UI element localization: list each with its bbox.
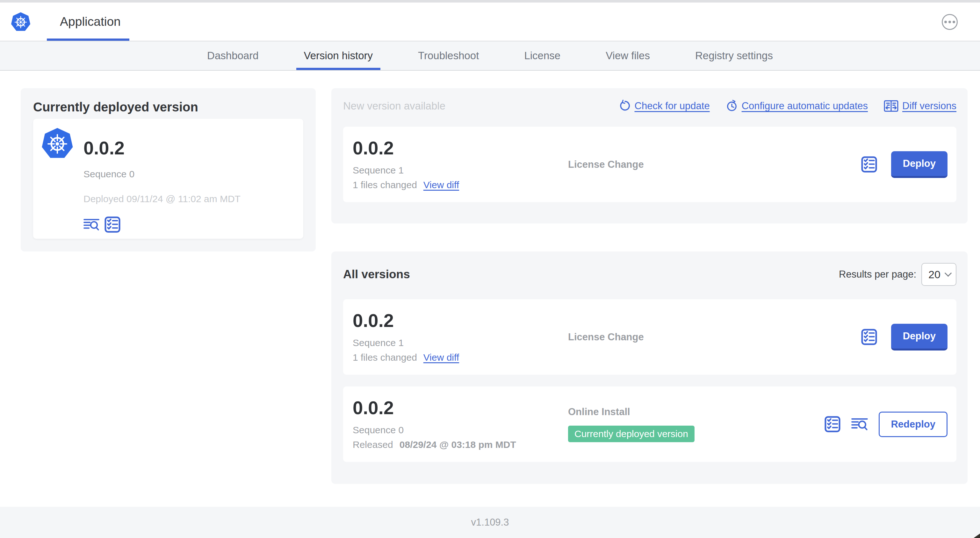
all-versions-header: All versions Results per page: 20 xyxy=(331,263,967,286)
all-versions-title: All versions xyxy=(343,268,410,281)
version-row: 0.0.2 Sequence 0 Released 08/29/24 @ 03:… xyxy=(343,386,956,462)
version-row: 0.0.2 Sequence 1 1 files changed View di… xyxy=(343,299,956,375)
app-title-active-underline xyxy=(47,38,129,41)
version-row-info: 0.0.2 Sequence 0 Released 08/29/24 @ 03:… xyxy=(353,398,568,450)
cursor-artifact xyxy=(974,533,980,538)
app-title: Application xyxy=(60,3,121,41)
version-row-actions: Deploy xyxy=(861,324,948,351)
tab-dashboard[interactable]: Dashboard xyxy=(199,41,266,70)
check-for-update-label: Check for update xyxy=(635,100,710,112)
files-changed-count: 1 files changed xyxy=(353,352,417,363)
kubernetes-icon xyxy=(41,128,73,159)
app-footer: v1.109.3 xyxy=(0,507,980,538)
version-number: 0.0.2 xyxy=(353,139,568,157)
app-nav: Dashboard Version history Troubleshoot L… xyxy=(0,41,980,71)
version-row-source: License Change xyxy=(568,159,861,170)
deployed-version-info: 0.0.2 Sequence 0 Deployed 09/11/24 @ 11:… xyxy=(83,139,240,239)
version-number: 0.0.2 xyxy=(353,398,568,417)
deploy-button[interactable]: Deploy xyxy=(891,324,948,351)
checklist-icon xyxy=(861,156,877,173)
version-source-label: Online Install xyxy=(568,406,630,418)
results-per-page-label: Results per page: xyxy=(839,269,916,280)
version-row: 0.0.2 Sequence 1 1 files changed View di… xyxy=(343,127,956,202)
checklist-icon xyxy=(105,216,121,233)
preflight-checks-button[interactable] xyxy=(105,216,121,233)
view-diff-link[interactable]: View diff xyxy=(423,179,459,190)
redeploy-button[interactable]: Redeploy xyxy=(879,412,948,437)
tab-registry-settings[interactable]: Registry settings xyxy=(687,41,781,70)
currently-deployed-card: Currently deployed version 0.0.2 Sequenc… xyxy=(21,88,316,251)
version-row-source: License Change xyxy=(568,332,861,343)
ellipsis-icon xyxy=(944,21,947,23)
released-date: 08/29/24 @ 03:18 pm MDT xyxy=(399,439,516,450)
preflight-checks-button[interactable] xyxy=(824,416,840,433)
preflight-checks-button[interactable] xyxy=(861,156,877,173)
window-top-edge xyxy=(0,0,980,3)
version-row-info: 0.0.2 Sequence 1 1 files changed View di… xyxy=(353,139,568,190)
results-per-page: Results per page: 20 xyxy=(839,263,956,286)
all-versions-card: All versions Results per page: 20 0.0.2 … xyxy=(331,251,967,484)
clock-update-icon xyxy=(726,100,738,113)
deployed-actions xyxy=(83,216,240,233)
tab-troubleshoot[interactable]: Troubleshoot xyxy=(410,41,487,70)
diff-versions-link[interactable]: Diff versions xyxy=(884,100,956,113)
new-version-header: New version available Check for update C… xyxy=(331,99,967,113)
diff-icon xyxy=(884,100,899,113)
deployed-version-number: 0.0.2 xyxy=(83,139,240,157)
logs-icon xyxy=(851,417,868,432)
tab-view-files[interactable]: View files xyxy=(598,41,657,70)
configure-automatic-updates-label: Configure automatic updates xyxy=(742,100,868,112)
results-per-page-value: 20 xyxy=(928,268,940,281)
new-version-title: New version available xyxy=(343,100,445,112)
app-header: Application xyxy=(0,3,980,41)
view-diff-link[interactable]: View diff xyxy=(423,352,459,363)
version-sequence: Sequence 1 xyxy=(353,165,568,176)
refresh-icon xyxy=(619,100,631,113)
configure-automatic-updates-link[interactable]: Configure automatic updates xyxy=(726,100,868,113)
files-changed-line: 1 files changed View diff xyxy=(353,179,568,190)
version-actions: Check for update Configure automatic upd… xyxy=(619,100,956,113)
preflight-checks-button[interactable] xyxy=(861,329,877,345)
version-row-actions: Redeploy xyxy=(824,412,948,437)
version-source-label: License Change xyxy=(568,159,644,170)
version-row-actions: Deploy xyxy=(861,151,948,178)
tab-license[interactable]: License xyxy=(517,41,568,70)
version-row-info: 0.0.2 Sequence 1 1 files changed View di… xyxy=(353,311,568,363)
released-line: Released 08/29/24 @ 03:18 pm MDT xyxy=(353,439,568,450)
view-logs-button[interactable] xyxy=(851,417,868,432)
console-version: v1.109.3 xyxy=(471,517,509,528)
version-number: 0.0.2 xyxy=(353,311,568,330)
currently-deployed-badge: Currently deployed version xyxy=(568,425,695,442)
new-version-card: New version available Check for update C… xyxy=(331,88,967,224)
ellipsis-icon xyxy=(948,21,951,23)
ellipsis-icon xyxy=(953,21,955,23)
version-sequence: Sequence 1 xyxy=(353,338,568,348)
deployed-sequence: Sequence 0 xyxy=(83,169,240,179)
overflow-menu-button[interactable] xyxy=(942,14,958,30)
chevron-down-icon xyxy=(945,270,952,277)
checklist-icon xyxy=(824,416,840,433)
kubernetes-logo-icon xyxy=(11,11,30,32)
logs-icon xyxy=(83,218,99,232)
checklist-icon xyxy=(861,329,877,345)
version-row-source: Online Install Currently deployed versio… xyxy=(568,406,824,442)
diff-versions-label: Diff versions xyxy=(902,100,956,112)
deployed-timestamp: Deployed 09/11/24 @ 11:02 am MDT xyxy=(83,194,240,205)
version-source-label: License Change xyxy=(568,332,644,343)
tab-version-history[interactable]: Version history xyxy=(296,41,380,70)
files-changed-count: 1 files changed xyxy=(353,179,417,190)
deployed-version-card: 0.0.2 Sequence 0 Deployed 09/11/24 @ 11:… xyxy=(33,119,303,239)
released-label: Released xyxy=(353,439,393,450)
version-sequence: Sequence 0 xyxy=(353,425,568,435)
check-for-update-link[interactable]: Check for update xyxy=(619,100,710,113)
currently-deployed-title: Currently deployed version xyxy=(33,100,316,114)
deploy-button[interactable]: Deploy xyxy=(891,151,948,178)
files-changed-line: 1 files changed View diff xyxy=(353,352,568,363)
results-per-page-select[interactable]: 20 xyxy=(921,263,956,286)
view-logs-button[interactable] xyxy=(83,218,99,232)
